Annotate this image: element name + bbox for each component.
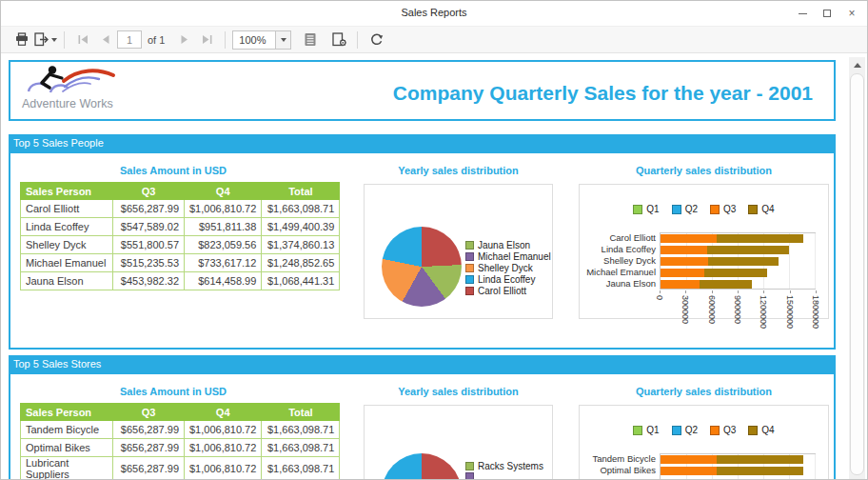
close-button[interactable]: × [844,6,859,21]
legend-swatch [672,426,681,435]
table-cell: $656,287.99 [113,200,185,218]
refresh-icon [369,32,384,47]
print-layout-button[interactable] [299,30,322,50]
column-header: Q4 [185,404,262,421]
legend-swatch [748,426,758,435]
cyclist-logo-graphic [22,65,121,96]
maximize-button[interactable] [819,6,835,21]
table-cell: $733,617.12 [185,254,262,272]
table-cell: $951,811.38 [185,218,262,236]
section-body-top5-sales-stores: Sales Amount in USD Yearly sales distrib… [9,372,836,479]
table-cell: Shelley Dyck [21,236,113,254]
next-page-button[interactable] [172,30,195,50]
legend-swatch [672,205,681,214]
table-cell: Tandem Bicycle [21,421,113,439]
table-header-row: Sales PersonQ3Q4Total [21,183,340,200]
page-number-input[interactable] [117,30,142,49]
column-header: Total [262,404,340,421]
table-row: Michael Emanuel$515,235.53$733,617.12$1,… [21,254,340,272]
table-cell: Optimal Bikes [21,439,113,457]
legend-label: Q4 [761,425,774,435]
toolbar-separator [225,31,226,49]
previous-page-button[interactable] [94,30,117,50]
bar-chart-title: Quarterly sales distribution [579,165,829,176]
pie-chart [382,453,462,479]
table-cell: $1,006,810.72 [185,421,262,439]
legend-item: Q4 [748,204,774,214]
legend-item: Q3 [710,204,736,214]
legend-item: Q4 [748,425,774,435]
legend-item: Racks Systems [465,461,543,471]
legend-swatch [465,264,474,272]
axis-tick-label: 1500000 [785,295,795,329]
table-row: Lubricant Suppliers$656,287.99$1,006,810… [21,457,340,480]
table-cell: $453,982.32 [113,272,185,290]
table-title: Sales Amount in USD [16,386,330,397]
legend-label: Linda Ecoffey [478,274,535,285]
first-page-button[interactable] [71,30,94,50]
bar-chart-title: Quarterly sales distribution [579,386,829,397]
bar-segment-q4 [717,234,803,243]
next-page-icon [179,34,189,45]
title-bar: Sales Reports × [1,1,867,26]
page-setup-button[interactable] [327,30,350,50]
legend-label: Q2 [685,204,698,214]
legend-label: Shelley Dyck [478,263,533,273]
column-header: Sales Person [21,183,113,200]
legend-label: Q3 [723,425,736,435]
bar-chart-box: Q1Q2Q3Q4 Tandem BicycleOptimal Bikes 030… [579,405,829,479]
legend-swatch [710,426,720,435]
table-cell: $551,800.57 [113,236,185,254]
bar-category-label: Shelley Dyck [580,255,656,267]
gridline [815,233,816,289]
export-button[interactable] [33,30,57,50]
bar-segment-q3 [661,280,700,289]
bar-segment-q4 [707,246,789,254]
zoom-value: 100% [239,34,266,46]
column-header: Q4 [185,183,262,200]
table-cell: Michael Emanuel [21,254,113,272]
table-row: Tandem Bicycle$656,287.99$1,006,810.72$1… [21,421,340,439]
bar-plot-area [660,453,816,479]
table-cell: $1,663,098.71 [262,200,340,218]
column-header: Total [262,183,340,200]
legend-label: Q3 [723,204,736,214]
legend-label: Racks Systems [478,461,543,471]
sales-reports-window: Sales Reports × of 1 100% [0,0,868,480]
table-cell: $1,248,852.65 [262,254,340,272]
scroll-up-button[interactable] [849,57,865,72]
legend-label: Jauna Elson [478,240,530,250]
refresh-button[interactable] [365,30,387,50]
minimize-button[interactable] [795,6,810,21]
bar-segment-q3 [661,234,717,243]
bar-segment-q4 [717,467,803,475]
pie-legend: Jauna ElsonMichael EmanuelShelley DyckLi… [465,240,551,297]
legend-item: Jauna Elson [465,240,551,250]
bar-segment-q3 [661,246,707,254]
legend-swatch [710,205,720,214]
scrollbar-thumb[interactable] [850,73,864,475]
bar-row [661,245,815,256]
legend-label: Michael Emanuel [478,251,551,262]
last-page-button[interactable] [195,30,218,50]
legend-item: Q3 [710,425,736,435]
section-header-top5-sales-people: Top 5 Sales People [9,134,836,151]
axis-tick-label: 900000 [733,295,742,324]
axis-tick-label: 0 [655,295,664,300]
bar-segment-q4 [704,269,767,277]
zoom-combobox[interactable]: 100% [232,30,276,50]
bar-row [661,466,815,477]
table-cell: $1,374,860.13 [262,236,340,254]
table-row: Shelley Dyck$551,800.57$823,059.56$1,374… [21,236,340,254]
bar-category-label: Carol Elliott [580,232,656,244]
bar-row [661,256,815,268]
bar-segment-q3 [661,269,704,277]
print-button[interactable] [10,30,33,50]
vertical-scrollbar[interactable] [849,57,865,479]
table-row: Optimal Bikes$656,287.99$1,006,810.72$1,… [21,439,340,457]
zoom-dropdown-button[interactable] [276,30,291,50]
page-count-label: of 1 [148,34,165,46]
window-title: Sales Reports [1,7,867,18]
table-cell: $547,589.02 [113,218,185,236]
table-cell: $1,663,098.71 [262,457,340,480]
